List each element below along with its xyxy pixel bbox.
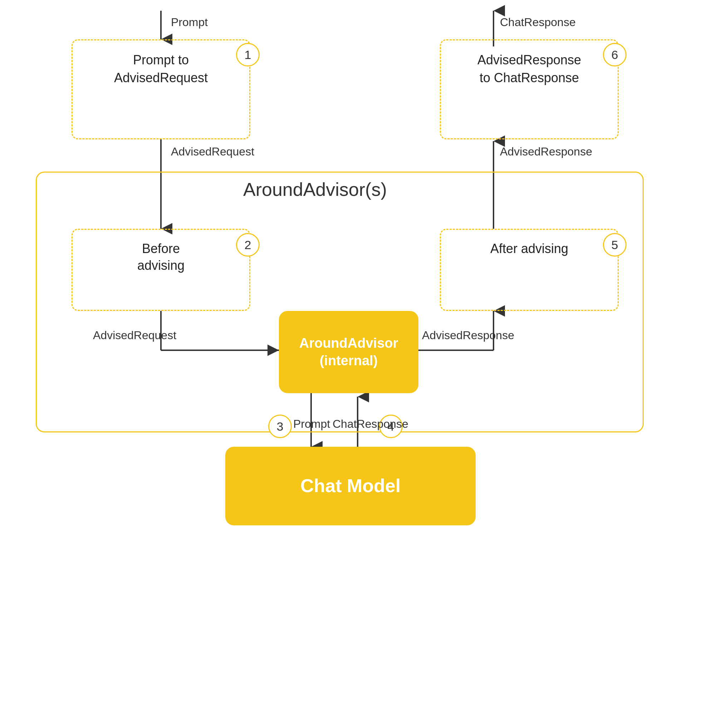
box-step-1: Prompt toAdvisedRequest [71, 39, 250, 139]
label-prompt-3: Prompt [293, 417, 330, 430]
step-circle-2: 2 [236, 233, 260, 257]
outer-title: AroundAdvisor(s) [243, 179, 387, 200]
box-5-label: After advising [441, 230, 618, 268]
step-circle-3: 3 [268, 415, 292, 438]
label-prompt-in: Prompt [171, 16, 208, 29]
box-1-label: Prompt toAdvisedRequest [72, 40, 249, 98]
around-advisor-internal-label: AroundAdvisor(internal) [299, 335, 398, 370]
box-2-label: Beforeadvising [72, 230, 249, 285]
label-chat-response-out: ChatResponse [500, 16, 576, 29]
label-chat-response-4: ChatResponse [333, 417, 408, 430]
step-circle-6: 6 [603, 43, 627, 66]
box-step-5: After advising [440, 229, 619, 311]
chat-model: Chat Model [225, 447, 476, 525]
box-step-2: Beforeadvising [71, 229, 250, 311]
box-step-6: AdvisedResponseto ChatResponse [440, 39, 619, 139]
step-circle-1: 1 [236, 43, 260, 66]
label-advised-req-1: AdvisedRequest [171, 145, 254, 158]
label-advised-req-2: AdvisedRequest [93, 329, 176, 342]
step-circle-5: 5 [603, 233, 627, 257]
label-advised-resp-6: AdvisedResponse [500, 145, 592, 158]
box-6-label: AdvisedResponseto ChatResponse [441, 40, 618, 98]
around-advisor-internal: AroundAdvisor(internal) [279, 311, 418, 393]
chat-model-label: Chat Model [300, 474, 401, 498]
diagram: Prompt Prompt toAdvisedRequest 1 Advised… [0, 0, 702, 728]
label-advised-resp-5: AdvisedResponse [422, 329, 514, 342]
